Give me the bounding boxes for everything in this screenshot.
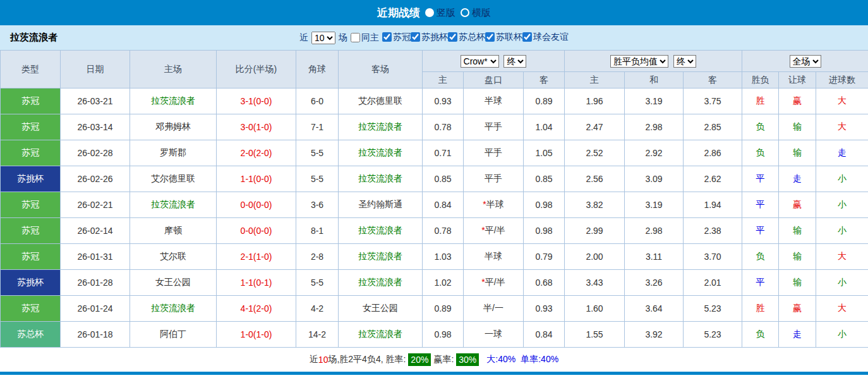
competition-filter-1[interactable]: 苏挑杯 [411, 32, 448, 43]
handicap-result-cell: 输 [779, 114, 816, 140]
competition-checkbox[interactable] [522, 32, 532, 42]
home-team[interactable]: 艾尔德里联 [130, 166, 217, 192]
away-team[interactable]: 拉茨流浪者 [339, 322, 423, 348]
goals-result-cell: 大 [816, 244, 868, 270]
away-team[interactable]: 拉茨流浪者 [339, 114, 423, 140]
home-team[interactable]: 邓弗姆林 [130, 114, 217, 140]
handicap-cell: *半球 [464, 192, 524, 218]
result-cell: 负 [742, 140, 779, 166]
competition-filters: 苏冠苏挑杯苏总杯苏联杯球会友谊 [382, 32, 569, 44]
home-team[interactable]: 拉茨流浪者 [130, 296, 217, 322]
single-rate-text: 单率:40% [521, 354, 558, 365]
score-cell[interactable]: 2-0(2-0) [217, 140, 296, 166]
asia-away-odds: 0.79 [524, 244, 565, 270]
euro-away-odds: 2.85 [684, 114, 742, 140]
layout-option-horizontal[interactable]: 横版 [461, 7, 491, 19]
match-row: 苏冠26-01-31艾尔联2-1(1-0)2-8拉茨流浪者1.03半球0.792… [1, 244, 868, 270]
asia-home-odds: 0.71 [423, 140, 464, 166]
asia-away-odds: 0.84 [524, 322, 565, 348]
bookmaker-select[interactable]: Crow* [461, 55, 499, 68]
handicap-result-cell: 走 [779, 166, 816, 192]
horizontal-layout-radio[interactable] [461, 8, 469, 17]
away-team[interactable]: 圣约翰斯通 [339, 192, 423, 218]
competition-checkbox[interactable] [382, 32, 392, 42]
match-row: 苏冠26-02-21拉茨流浪者0-0(0-0)3-6圣约翰斯通0.84*半球0.… [1, 192, 868, 218]
score-cell[interactable]: 2-1(1-0) [217, 244, 296, 270]
date-cell: 26-01-28 [61, 270, 130, 296]
euro-draw-odds: 3.09 [625, 166, 684, 192]
euro-draw-odds: 3.19 [625, 88, 684, 114]
euro-draw-odds: 3.19 [625, 192, 684, 218]
euro-draw-odds: 2.92 [625, 140, 684, 166]
euro-home-odds: 3.43 [565, 270, 625, 296]
layout-option-vertical[interactable]: 竖版 [425, 7, 455, 19]
home-team[interactable]: 女王公园 [130, 270, 217, 296]
date-cell: 26-01-24 [61, 296, 130, 322]
euro-away-odds: 5.23 [684, 322, 742, 348]
score-cell[interactable]: 0-0(0-0) [217, 192, 296, 218]
competition-label: 苏总杯 [459, 32, 485, 43]
euro-draw-odds: 2.98 [625, 218, 684, 244]
away-team[interactable]: 拉茨流浪者 [339, 140, 423, 166]
competition-filter-2[interactable]: 苏总杯 [448, 32, 485, 43]
away-team[interactable]: 女王公园 [339, 296, 423, 322]
home-team[interactable]: 阿伯丁 [130, 322, 217, 348]
result-col-header: 胜负 [742, 72, 779, 88]
score-cell[interactable]: 4-1(2-0) [217, 296, 296, 322]
home-team[interactable]: 拉茨流浪者 [130, 192, 217, 218]
goals-result-cell: 小 [816, 192, 868, 218]
same-home-checkbox[interactable] [351, 33, 360, 42]
same-home-filter[interactable]: 同主 [351, 32, 379, 44]
corners-cell: 14-2 [296, 322, 339, 348]
asia-rate-badge: 30% [456, 353, 479, 366]
corners-cell: 5-5 [296, 140, 339, 166]
score-cell[interactable]: 1-0(1-0) [217, 322, 296, 348]
away-team[interactable]: 拉茨流浪者 [339, 218, 423, 244]
asia-odds-time-select[interactable]: 终 [503, 55, 526, 68]
match-row: 苏冠26-02-14摩顿0-0(0-0)8-1拉茨流浪者0.78*平/半0.98… [1, 218, 868, 244]
competition-checkbox[interactable] [485, 32, 495, 42]
competition-filter-0[interactable]: 苏冠 [382, 32, 411, 43]
result-cell: 平 [742, 192, 779, 218]
euro-draw-odds: 2.98 [625, 114, 684, 140]
competition-label: 苏挑杯 [421, 32, 448, 43]
competition-checkbox[interactable] [411, 32, 420, 42]
competition-filter-4[interactable]: 球会友谊 [522, 32, 569, 43]
euro-home-odds: 2.47 [565, 114, 625, 140]
corners-cell: 6-0 [296, 88, 339, 114]
away-team[interactable]: 拉茨流浪者 [339, 270, 423, 296]
result-cell: 平 [742, 270, 779, 296]
home-team[interactable]: 艾尔联 [130, 244, 217, 270]
type-badge: 苏冠 [1, 192, 61, 218]
vertical-layout-radio[interactable] [425, 8, 434, 17]
score-cell[interactable]: 1-1(0-0) [217, 166, 296, 192]
date-cell: 26-01-31 [61, 244, 130, 270]
competition-checkbox[interactable] [448, 32, 457, 42]
home-team[interactable]: 拉茨流浪者 [130, 88, 217, 114]
score-cell[interactable]: 3-0(1-0) [217, 114, 296, 140]
away-team[interactable]: 艾尔德里联 [339, 88, 423, 114]
away-team[interactable]: 拉茨流浪者 [339, 244, 423, 270]
competition-filter-3[interactable]: 苏联杯 [485, 32, 522, 43]
home-team[interactable]: 摩顿 [130, 218, 217, 244]
euro-odds-time-select[interactable]: 终 [673, 55, 696, 68]
period-select[interactable]: 全场 [790, 55, 821, 68]
match-count-select[interactable]: 10 [311, 32, 335, 44]
away-team[interactable]: 拉茨流浪者 [339, 166, 423, 192]
euro-draw-col-header: 和 [625, 72, 684, 88]
result-cell: 负 [742, 114, 779, 140]
score-cell[interactable]: 3-1(0-0) [217, 88, 296, 114]
euro-odds-select[interactable]: 胜平负均值 [610, 55, 668, 68]
horizontal-layout-label: 横版 [472, 7, 491, 19]
home-team[interactable]: 罗斯郡 [130, 140, 217, 166]
type-col-header: 类型 [1, 51, 61, 88]
euro-home-col-header: 主 [565, 72, 625, 88]
euro-odds-group-header: 胜平负均值 终 [565, 51, 742, 72]
score-cell[interactable]: 1-1(0-1) [217, 270, 296, 296]
same-home-label: 同主 [361, 32, 379, 44]
score-cell[interactable]: 0-0(0-0) [217, 218, 296, 244]
match-row: 苏冠26-02-28罗斯郡2-0(2-0)5-5拉茨流浪者0.71平手1.052… [1, 140, 868, 166]
asia-away-odds: 0.89 [524, 88, 565, 114]
win-rate-badge: 20% [408, 353, 431, 366]
date-cell: 26-02-28 [61, 140, 130, 166]
